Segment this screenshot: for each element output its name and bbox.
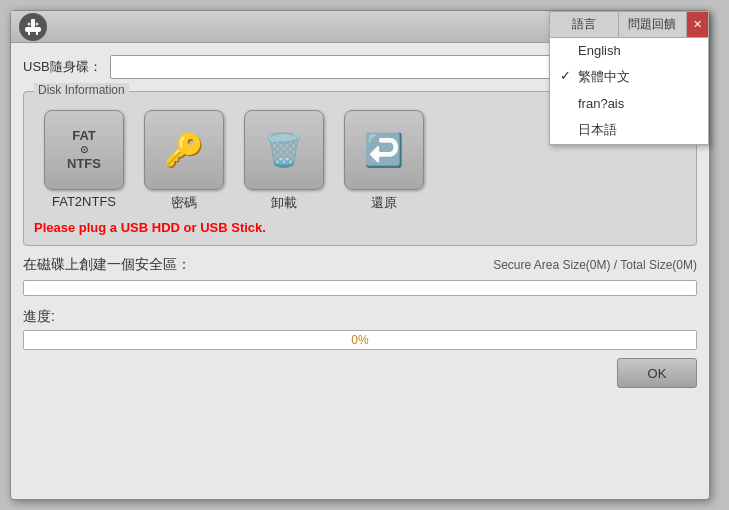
secure-area-label: 在磁碟上創建一個安全區： bbox=[23, 256, 191, 274]
secure-area-row: 在磁碟上創建一個安全區： Secure Area Size(0M) / Tota… bbox=[23, 256, 697, 274]
dropdown-item-english-label: English bbox=[578, 43, 621, 58]
svg-rect-0 bbox=[31, 19, 35, 27]
title-bar-left bbox=[19, 13, 47, 41]
bottom-row: OK bbox=[23, 358, 697, 388]
restore-button[interactable]: ↩️ bbox=[344, 110, 424, 190]
app-icon bbox=[19, 13, 47, 41]
dropdown-item-japanese[interactable]: 日本語 bbox=[550, 116, 708, 144]
restore-item: ↩️ 還原 bbox=[344, 110, 424, 212]
dropdown-item-japanese-label: 日本語 bbox=[578, 122, 617, 137]
unmount-item: 🗑️ 卸載 bbox=[244, 110, 324, 212]
svg-rect-3 bbox=[36, 32, 38, 35]
dropdown-close-button[interactable]: ✕ bbox=[687, 12, 708, 37]
secure-area-bar bbox=[23, 280, 697, 296]
unmount-button[interactable]: 🗑️ bbox=[244, 110, 324, 190]
password-item: 🔑 密碼 bbox=[144, 110, 224, 212]
dropdown-item-traditional-chinese[interactable]: 繁體中文 bbox=[550, 63, 708, 91]
usb-label: USB隨身碟： bbox=[23, 58, 102, 76]
svg-rect-1 bbox=[25, 27, 41, 32]
fat2ntfs-label: FAT2NTFS bbox=[52, 194, 116, 209]
error-message: Please plug a USB HDD or USB Stick. bbox=[34, 220, 686, 235]
dropdown-lang-header: 語言 bbox=[550, 12, 619, 37]
progress-pct: 0% bbox=[351, 333, 368, 347]
dropdown-item-trad-chinese-label: 繁體中文 bbox=[578, 69, 630, 84]
dropdown-item-french[interactable]: fran?ais bbox=[550, 91, 708, 116]
dropdown-header: 語言 問題回饋 ✕ bbox=[550, 12, 708, 38]
restore-label: 還原 bbox=[371, 194, 397, 212]
secure-area-size: Secure Area Size(0M) / Total Size(0M) bbox=[493, 258, 697, 272]
svg-point-5 bbox=[36, 22, 39, 25]
svg-rect-2 bbox=[28, 32, 30, 35]
main-window: 語言 問題回饋 ─ ✕ USB隨身碟： ↻ 重新整理 Disk Informat… bbox=[10, 10, 710, 500]
progress-section: 進度: 0% bbox=[23, 308, 697, 350]
dropdown-item-french-label: fran?ais bbox=[578, 96, 624, 111]
progress-label: 進度: bbox=[23, 308, 697, 326]
key-icon: 🔑 bbox=[164, 131, 204, 169]
fat2ntfs-button[interactable]: FAT ⊙ NTFS bbox=[44, 110, 124, 190]
ok-button[interactable]: OK bbox=[617, 358, 697, 388]
progress-bar: 0% bbox=[23, 330, 697, 350]
dropdown-issues-header: 問題回饋 bbox=[619, 12, 688, 37]
unmount-label: 卸載 bbox=[271, 194, 297, 212]
svg-point-4 bbox=[28, 22, 31, 25]
restore-icon: ↩️ bbox=[364, 131, 404, 169]
disk-info-title: Disk Information bbox=[34, 83, 129, 97]
password-button[interactable]: 🔑 bbox=[144, 110, 224, 190]
fat2ntfs-item: FAT ⊙ NTFS FAT2NTFS bbox=[44, 110, 124, 212]
usb-select[interactable] bbox=[110, 55, 603, 79]
fat-ntfs-icon: FAT ⊙ NTFS bbox=[67, 128, 101, 171]
trash-icon: 🗑️ bbox=[264, 131, 304, 169]
dropdown-item-english[interactable]: English bbox=[550, 38, 708, 63]
dropdown-menu: 語言 問題回饋 ✕ English 繁體中文 fran?ais 日本語 bbox=[549, 11, 709, 145]
password-label: 密碼 bbox=[171, 194, 197, 212]
